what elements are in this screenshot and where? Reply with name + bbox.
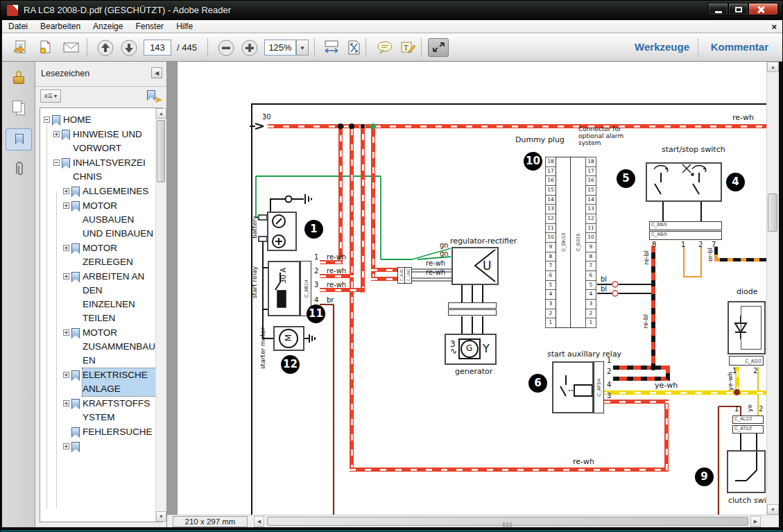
bookmark-item-allgemeines[interactable]: +ALLGEMEINES (42, 185, 162, 198)
scrollbar-thumb[interactable]: ⦀⦀⦀ (267, 517, 748, 526)
arrow-up-icon (97, 40, 115, 56)
menu-fenster[interactable]: Fenster (129, 20, 170, 33)
minimize-button[interactable] (708, 3, 728, 15)
open-file-button[interactable] (10, 38, 31, 57)
scrollbar-thumb[interactable] (768, 194, 777, 232)
bookmark-label[interactable]: MOTOR ZERLEGEN (83, 241, 156, 269)
expander-icon[interactable]: + (63, 188, 69, 194)
bookmarks-button[interactable] (6, 128, 32, 151)
scroll-left-button[interactable]: ◀ (254, 516, 264, 527)
bookmark-label[interactable]: MOTOR ZUSAMMENBAUEN (83, 326, 156, 368)
window-title: RA LC8 2008-D.pdf (GESCHÜTZT) - Adobe Re… (24, 5, 231, 15)
bookmark-item-arbeiten-an-den-einzelnen-teilen[interactable]: +ARBEITEN AN DEN EINZELNEN TEILEN (42, 270, 162, 325)
bookmark-item-item[interactable]: + (42, 440, 162, 452)
adobe-reader-icon[interactable] (7, 5, 18, 16)
menu-anzeige[interactable]: Anzeige (87, 20, 129, 33)
scroll-down-button[interactable]: ▼ (156, 511, 166, 522)
attachments-button[interactable] (6, 159, 32, 181)
pdf-page: C_AB1/4 C_AU/2 C_UB/2 C_BB/9 C_AB/9 C_AI… (178, 62, 766, 515)
bookmark-item-kraftstoffsystem[interactable]: +KRAFTSTOFFSYSTEM (42, 397, 162, 424)
expander-icon[interactable]: − (53, 160, 60, 166)
fit-page-button[interactable] (343, 38, 364, 57)
next-page-button[interactable] (119, 38, 139, 57)
open-file-icon (12, 40, 29, 55)
scroll-up-button[interactable]: ▲ (767, 62, 779, 72)
wire-re-wh (604, 400, 669, 404)
text-annotation-button[interactable]: T (397, 38, 418, 57)
expander-icon[interactable]: + (63, 400, 69, 406)
adobe-reader-window: RA LC8 2008-D.pdf (GESCHÜTZT) - Adobe Re… (0, 0, 783, 532)
junction-dot-brown (734, 389, 740, 395)
dummy-plug-pin: 7 (586, 261, 596, 271)
expander-icon[interactable]: + (63, 372, 69, 378)
page-number-input[interactable]: 143 (144, 40, 171, 55)
bookmark-label[interactable]: MOTOR AUSBAUEN UND EINBAUEN (83, 199, 156, 241)
create-pdf-button[interactable] (35, 38, 56, 57)
battery-box (267, 212, 297, 251)
scroll-up-button[interactable]: ▲ (156, 108, 166, 119)
scroll-right-button[interactable]: ▶ (750, 516, 761, 527)
expander-icon[interactable]: + (63, 443, 69, 449)
collapse-panel-button[interactable]: ◀ (151, 67, 162, 78)
bookmark-label[interactable]: INHALTSVERZEICHNIS (73, 156, 146, 184)
bookmark-label[interactable]: ARBEITEN AN DEN EINZELNEN TEILEN (83, 270, 156, 325)
tools-panel-link[interactable]: Werkzeuge (635, 41, 689, 53)
menu-bearbeiten[interactable]: Bearbeiten (34, 20, 87, 33)
page-thumbnails-button[interactable] (6, 96, 32, 119)
menu-hilfe[interactable]: Hilfe (170, 20, 199, 33)
bookmark-label[interactable]: ELEKTRISCHE ANLAGE (83, 368, 156, 396)
vertical-scrollbar[interactable]: ▲ ▼ (766, 62, 779, 515)
bookmark-icon (71, 370, 80, 381)
maximize-button[interactable] (728, 3, 748, 15)
bookmark-label[interactable]: ALLGEMEINES (83, 185, 156, 198)
email-button[interactable] (60, 38, 81, 57)
fit-width-button[interactable] (321, 38, 342, 57)
expander-icon[interactable]: + (53, 131, 60, 137)
bookmark-label[interactable]: KRAFTSTOFFSYSTEM (83, 397, 156, 424)
page-total: / 445 (177, 42, 197, 53)
bookmarks-options-button[interactable]: 8☰ ▾ (40, 89, 61, 103)
zoom-in-button[interactable] (239, 38, 260, 57)
bookmark-label[interactable]: HINWEISE UND VORWORT (73, 128, 146, 155)
bookmark-item-motor-ausbauen-und-einbauen[interactable]: +MOTOR AUSBAUEN UND EINBAUEN (42, 199, 162, 241)
zoom-level-input[interactable]: 125% (264, 40, 296, 55)
menu-datei[interactable]: Datei (2, 20, 34, 33)
scrollbar-thumb[interactable] (157, 120, 165, 182)
jump-to-bookmark-button[interactable]: ➤ (147, 89, 161, 103)
bookmark-item-hinweise-und-vorwort[interactable]: +HINWEISE UND VORWORT (42, 128, 162, 155)
bookmark-item-motor-zusammenbauen[interactable]: +MOTOR ZUSAMMENBAUEN (42, 326, 162, 368)
wire-re-bl (666, 366, 670, 379)
expander-icon[interactable]: + (63, 245, 69, 251)
bookmark-icon (71, 243, 80, 254)
relay-rating: 30 A (279, 268, 287, 284)
bookmark-item-motor-zerlegen[interactable]: +MOTOR ZERLEGEN (42, 241, 162, 269)
bookmark-item-fehlersuche[interactable]: FEHLERSUCHE (42, 425, 162, 439)
close-button[interactable] (748, 3, 778, 15)
comment-panel-link[interactable]: Kommentar (711, 41, 768, 53)
security-lock-button[interactable] (6, 67, 32, 89)
pin-number: 3 (607, 392, 611, 400)
bookmarks-title: Lesezeichen (41, 69, 89, 78)
callout-badge: 11 (307, 304, 325, 323)
bookmarks-scrollbar[interactable]: ▲ ▼ (155, 108, 166, 522)
sticky-note-button[interactable] (374, 38, 395, 57)
bookmarks-toolbar: 8☰ ▾ ➤ (35, 87, 166, 106)
expander-icon[interactable]: + (63, 273, 69, 280)
scroll-down-button[interactable]: ▼ (767, 504, 779, 515)
expander-icon[interactable]: + (63, 203, 69, 209)
zoom-dropdown-button[interactable]: ▼ (296, 40, 309, 55)
previous-page-button[interactable] (95, 38, 116, 57)
expander-icon[interactable]: − (44, 117, 50, 123)
dummy-plug-pin: 5 (546, 281, 556, 291)
bookmark-label[interactable]: HOME (63, 113, 137, 127)
paperclip-icon (6, 159, 32, 180)
bookmark-item-home[interactable]: −HOME (42, 113, 162, 127)
close-document-icon[interactable]: × (771, 20, 777, 33)
bookmark-item-elektrische-anlage[interactable]: +ELEKTRISCHE ANLAGE (42, 368, 162, 396)
fullscreen-button[interactable] (428, 38, 449, 57)
bookmark-label[interactable]: FEHLERSUCHE (83, 425, 156, 439)
bookmark-icon (71, 427, 80, 438)
expander-icon[interactable]: + (63, 329, 69, 336)
zoom-out-button[interactable] (216, 38, 236, 57)
bookmark-item-inhaltsverzeichnis[interactable]: −INHALTSVERZEICHNIS (42, 156, 162, 184)
